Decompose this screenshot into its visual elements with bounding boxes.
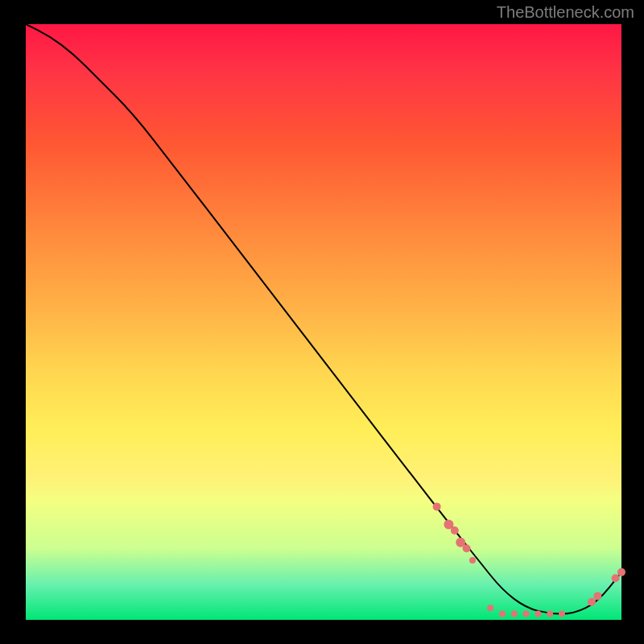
chart-marker [511,611,518,617]
chart-marker [433,502,441,510]
chart-marker [559,611,565,617]
bottleneck-curve-path [26,24,621,614]
chart-marker [487,605,493,611]
chart-marker [593,592,601,600]
chart-marker [588,598,596,606]
chart-marker [499,611,506,617]
chart-marker [463,544,471,552]
chart-marker [617,568,625,576]
chart-svg [26,24,621,620]
chart-marker [535,611,541,617]
chart-marker [523,611,530,617]
attribution-text: TheBottleneck.com [497,3,634,22]
chart-plot-area [26,24,621,620]
chart-marker [612,574,620,582]
chart-marker [547,611,553,617]
chart-marker [469,557,476,564]
chart-marker [451,526,459,535]
